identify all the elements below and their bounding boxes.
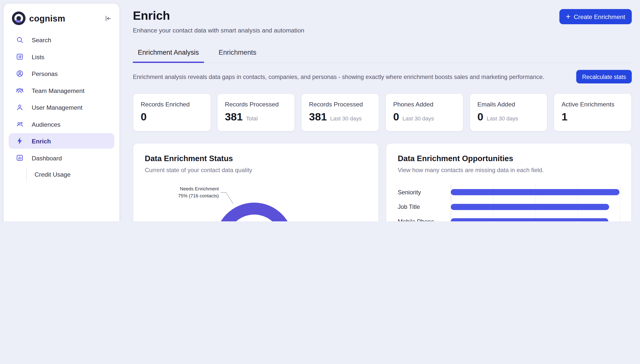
sidebar-item-label: Search: [32, 36, 51, 44]
stat-card-records-processed-30d: Records Processed 381Last 30 days: [301, 93, 379, 132]
gridline: [620, 185, 620, 221]
persona-icon: [16, 70, 24, 78]
plus-icon: +: [566, 13, 570, 20]
bar-chart: Seniority Job Title Mobile Phone State C…: [398, 185, 620, 221]
sidebar-item-label: Team Management: [32, 87, 85, 94]
dashboard-icon: [16, 154, 24, 162]
stat-value: 381: [309, 111, 327, 124]
donut-label-needs-enrichment: Needs Enrichment 75% (716 contacts): [169, 185, 219, 199]
sidebar-item-label: Enrich: [32, 138, 51, 144]
stat-value: 0: [393, 111, 399, 124]
search-icon: [16, 36, 24, 44]
sidebar-item-label: User Management: [32, 104, 83, 111]
sidebar: cognism Search Lists Personas: [3, 3, 120, 221]
bar-seniority: [451, 189, 619, 195]
tab-bar: Enrichment Analysis Enrichments: [133, 48, 632, 63]
stat-card-records-enriched: Records Enriched 0: [133, 93, 211, 132]
sidebar-item-audiences[interactable]: Audiences: [9, 116, 115, 132]
analysis-note: Enrichment analysis reveals data gaps in…: [133, 74, 566, 80]
sidebar-item-label: Dashboard: [32, 154, 62, 162]
team-icon: [16, 86, 24, 94]
stat-card-records-processed-total: Records Processed 381Total: [217, 93, 295, 132]
sidebar-header: cognism: [4, 4, 119, 28]
lightning-icon: [16, 137, 24, 145]
sidebar-nav: Search Lists Personas Team Management: [4, 28, 119, 183]
sidebar-item-user-management[interactable]: User Management: [9, 100, 115, 115]
stats-row: Records Enriched 0 Records Processed 381…: [133, 93, 632, 132]
card-title: Data Enrichment Opportunities: [398, 154, 620, 163]
sidebar-item-credit-usage[interactable]: Credit Usage: [26, 167, 114, 182]
sidebar-item-dashboard[interactable]: Dashboard: [9, 150, 115, 166]
sidebar-item-label: Audiences: [32, 121, 61, 128]
user-icon: [16, 103, 24, 112]
app-root: cognism Search Lists Personas: [0, 0, 640, 221]
stat-card-active-enrichments: Active Enrichments 1: [554, 93, 632, 132]
audiences-icon: [16, 120, 24, 128]
page-subtitle: Enhance your contact data with smart ana…: [133, 27, 304, 34]
cognism-logo: cognism: [12, 12, 65, 25]
main-content: Enrich Enhance your contact data with sm…: [120, 0, 640, 221]
sidebar-item-enrich[interactable]: Enrich: [9, 133, 115, 149]
donut-chart: [215, 202, 293, 221]
card-subtitle: View how many contacts are missing data …: [398, 167, 620, 174]
bar-mobile-phone: [451, 218, 608, 221]
bar-chart-plot: [451, 185, 620, 221]
logo-wordmark: cognism: [29, 13, 65, 23]
bar-category-label: Seniority: [398, 185, 451, 199]
sidebar-item-label: Lists: [32, 53, 45, 60]
bar-category-label: Mobile Phone: [398, 214, 451, 221]
sidebar-item-label: Personas: [32, 70, 58, 77]
sidebar-item-personas[interactable]: Personas: [9, 66, 115, 82]
collapse-sidebar-icon[interactable]: [104, 14, 112, 22]
data-enrichment-opportunities-card: Data Enrichment Opportunities View how m…: [386, 143, 632, 221]
sidebar-item-search[interactable]: Search: [9, 32, 115, 48]
sidebar-spacer: [4, 183, 119, 221]
data-enrichment-status-card: Data Enrichment Status Current state of …: [133, 143, 379, 221]
lists-icon: [16, 53, 24, 61]
stat-value: 0: [141, 111, 147, 124]
bar-job-title: [451, 204, 609, 210]
tab-enrichments[interactable]: Enrichments: [214, 48, 261, 63]
stat-value: 381: [225, 111, 243, 124]
stat-card-phones-added: Phones Added 0Last 30 days: [385, 93, 463, 132]
sidebar-item-lists[interactable]: Lists: [9, 49, 115, 65]
sidebar-item-label: Credit Usage: [35, 171, 71, 178]
page-title: Enrich: [133, 9, 304, 22]
tab-enrichment-analysis[interactable]: Enrichment Analysis: [133, 48, 204, 63]
recalculate-stats-button[interactable]: Recalculate stats: [576, 70, 632, 84]
stat-value: 1: [561, 111, 567, 124]
card-subtitle: Current state of your contact data quali…: [145, 167, 367, 174]
stat-card-emails-added: Emails Added 0Last 30 days: [469, 93, 547, 132]
cognism-logo-icon: [12, 12, 26, 25]
create-enrichment-button[interactable]: + Create Enrichment: [559, 9, 632, 24]
stat-value: 0: [477, 111, 483, 124]
sidebar-item-team-management[interactable]: Team Management: [9, 83, 115, 98]
bar-category-label: Job Title: [398, 200, 451, 214]
card-title: Data Enrichment Status: [145, 154, 367, 163]
